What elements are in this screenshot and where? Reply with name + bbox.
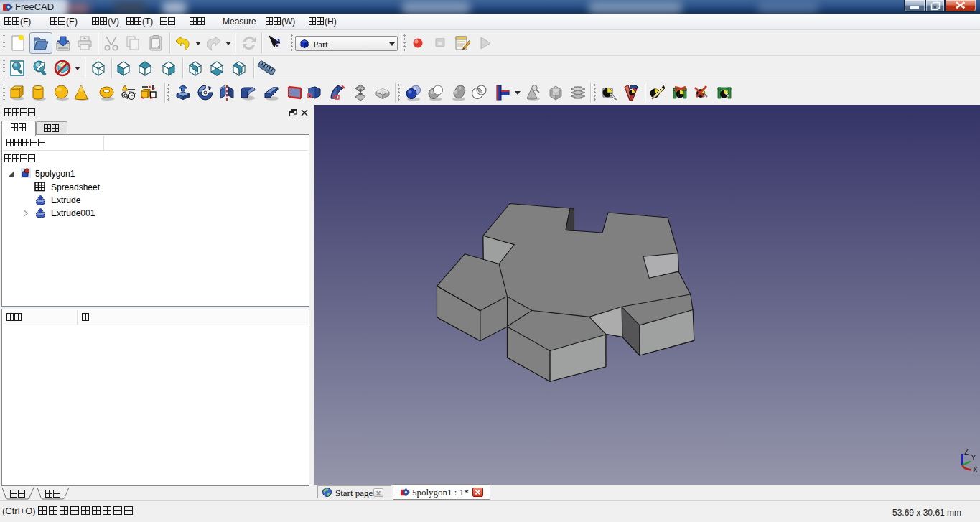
svg-text:Z: Z <box>964 448 969 456</box>
svg-text:X: X <box>973 466 978 474</box>
svg-text:?: ? <box>274 36 281 50</box>
svg-text:Y: Y <box>971 454 976 462</box>
